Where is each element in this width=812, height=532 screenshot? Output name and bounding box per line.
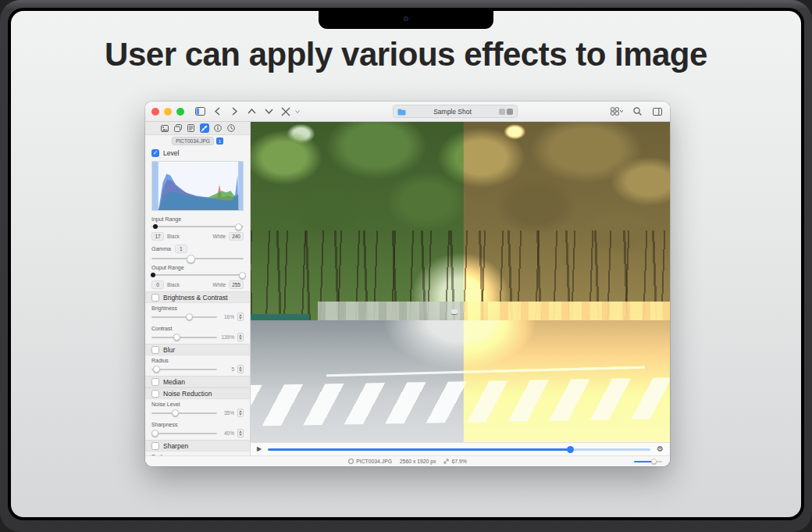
contrast-slider[interactable] bbox=[151, 334, 217, 341]
brightness-contrast-section: Brightness & Contrast Brightness 16% Con… bbox=[145, 291, 250, 344]
folder-icon bbox=[397, 105, 406, 119]
nr-sharpness-slider[interactable] bbox=[151, 430, 217, 437]
transform-tool-caret-icon[interactable] bbox=[294, 105, 300, 118]
headline: User can apply various effects to image bbox=[11, 36, 801, 73]
image-canvas: ▶ ⚙ bbox=[251, 122, 670, 455]
input-range-values: 17 Black White 240 bbox=[145, 230, 250, 243]
zoom-slider-handle[interactable] bbox=[651, 459, 657, 464]
gamma-label: Gamma bbox=[151, 246, 171, 252]
camera-dot bbox=[404, 16, 408, 21]
nr-sharpness-handle[interactable] bbox=[151, 430, 158, 437]
tab-adjust-icon[interactable] bbox=[200, 123, 209, 133]
noise-level-slider[interactable] bbox=[151, 409, 217, 417]
tab-photo-icon[interactable] bbox=[160, 123, 169, 133]
blur-section: Blur Radius 5 bbox=[145, 344, 250, 376]
status-zoom-level: 67.9% bbox=[451, 459, 466, 464]
output-white-field[interactable]: 255 bbox=[229, 280, 244, 289]
input-black-field[interactable]: 17 bbox=[151, 232, 164, 241]
nr-sharpness-label: Sharpness bbox=[145, 420, 250, 428]
input-white-field[interactable]: 240 bbox=[229, 232, 244, 241]
gear-icon[interactable]: ⚙ bbox=[657, 445, 664, 453]
output-black-handle[interactable] bbox=[151, 273, 155, 277]
input-white-handle[interactable] bbox=[235, 223, 242, 230]
output-range-slider[interactable] bbox=[151, 271, 244, 279]
input-black-handle[interactable] bbox=[153, 224, 158, 229]
brightness-contrast-checkbox[interactable] bbox=[151, 294, 159, 302]
previous-item-icon[interactable] bbox=[245, 105, 258, 118]
level-checkbox[interactable]: ✓ bbox=[151, 149, 159, 157]
tab-metadata-icon[interactable] bbox=[187, 123, 196, 133]
status-filename-item: PICT0034.JPG bbox=[348, 459, 392, 464]
noise-reduction-checkbox[interactable] bbox=[151, 390, 159, 398]
file-tab[interactable]: PICT0034.JPG bbox=[172, 137, 214, 145]
nr-sharpness-stepper[interactable] bbox=[237, 429, 244, 437]
effect-intensity-slider[interactable] bbox=[268, 445, 650, 453]
output-white-label: White bbox=[213, 282, 226, 287]
contrast-stepper[interactable] bbox=[237, 333, 244, 341]
view-options-icon[interactable] bbox=[611, 105, 623, 118]
noise-reduction-section: Noise Reduction Noise Level 35% Sharpnes… bbox=[145, 387, 250, 440]
tab-history-icon[interactable] bbox=[226, 123, 236, 133]
screen: User can apply various effects to image bbox=[11, 11, 801, 517]
inspector-panel-icon[interactable] bbox=[651, 105, 664, 118]
title-badge-icon bbox=[507, 109, 513, 115]
effect-intensity-bar: ▶ ⚙ bbox=[251, 442, 670, 455]
tab-duplicate-icon[interactable] bbox=[173, 123, 183, 133]
zoom-slider[interactable] bbox=[634, 460, 662, 463]
titlebar: Sample Shot bbox=[145, 102, 670, 122]
file-tab-row: PICT0034.JPG 1 bbox=[145, 135, 250, 147]
zoom-window-button[interactable] bbox=[176, 108, 184, 116]
sidebar-toggle-icon[interactable] bbox=[194, 105, 206, 118]
status-filename: PICT0034.JPG bbox=[356, 459, 392, 464]
brightness-slider[interactable] bbox=[151, 313, 217, 321]
titlebar-right-tools bbox=[611, 105, 664, 118]
median-checkbox[interactable] bbox=[151, 378, 159, 386]
gamma-handle[interactable] bbox=[187, 255, 195, 263]
input-range-slider[interactable] bbox=[151, 223, 244, 230]
transform-tool-icon[interactable] bbox=[280, 105, 292, 118]
sharpen-checkbox[interactable] bbox=[151, 442, 159, 450]
blur-radius-handle[interactable] bbox=[153, 366, 160, 373]
gamma-field[interactable]: 1 bbox=[175, 245, 187, 253]
brightness-value: 16% bbox=[220, 314, 234, 320]
window-title: Sample Shot bbox=[409, 108, 496, 116]
noise-level-handle[interactable] bbox=[172, 409, 179, 416]
output-black-label: Black bbox=[167, 282, 180, 287]
status-dimensions: 2560 x 1920 px bbox=[400, 459, 436, 464]
blur-checkbox[interactable] bbox=[151, 346, 159, 354]
minimize-window-button[interactable] bbox=[164, 108, 172, 116]
blur-radius-slider[interactable] bbox=[151, 366, 217, 373]
output-black-field[interactable]: 0 bbox=[151, 280, 164, 289]
display-frame: User can apply various effects to image bbox=[8, 8, 804, 520]
gamma-row: Gamma 1 bbox=[145, 243, 250, 255]
status-zoom-item: 67.9% bbox=[443, 459, 466, 464]
output-white-handle[interactable] bbox=[239, 272, 246, 279]
title-accessory-badges bbox=[499, 109, 513, 115]
input-black-label: Black bbox=[167, 234, 180, 239]
next-item-icon[interactable] bbox=[262, 105, 275, 118]
median-label: Median bbox=[163, 378, 185, 386]
blur-radius-stepper[interactable] bbox=[237, 365, 244, 373]
blur-radius-value: 5 bbox=[220, 366, 234, 372]
contrast-handle[interactable] bbox=[173, 334, 180, 341]
brightness-handle[interactable] bbox=[186, 313, 193, 320]
noise-level-stepper[interactable] bbox=[237, 409, 244, 417]
brightness-stepper[interactable] bbox=[237, 312, 244, 321]
forward-icon[interactable] bbox=[228, 105, 240, 118]
status-dimensions-item: 2560 x 1920 px bbox=[400, 459, 436, 464]
noise-reduction-label: Noise Reduction bbox=[163, 390, 212, 398]
gamma-slider[interactable] bbox=[151, 255, 244, 262]
traffic-lights bbox=[151, 108, 184, 116]
close-window-button[interactable] bbox=[151, 108, 159, 116]
app-window: Sample Shot bbox=[145, 102, 670, 466]
laptop-bezel: User can apply various effects to image bbox=[0, 0, 812, 532]
play-icon[interactable]: ▶ bbox=[257, 446, 262, 452]
contrast-value: 139% bbox=[220, 334, 234, 340]
window-title-capsule[interactable]: Sample Shot bbox=[393, 105, 518, 118]
histogram[interactable] bbox=[151, 161, 244, 211]
search-icon[interactable] bbox=[631, 105, 643, 118]
effect-intensity-handle[interactable] bbox=[567, 446, 574, 453]
back-icon[interactable] bbox=[211, 105, 223, 118]
tab-info-icon[interactable] bbox=[213, 123, 223, 133]
photo-preview[interactable] bbox=[251, 122, 670, 442]
